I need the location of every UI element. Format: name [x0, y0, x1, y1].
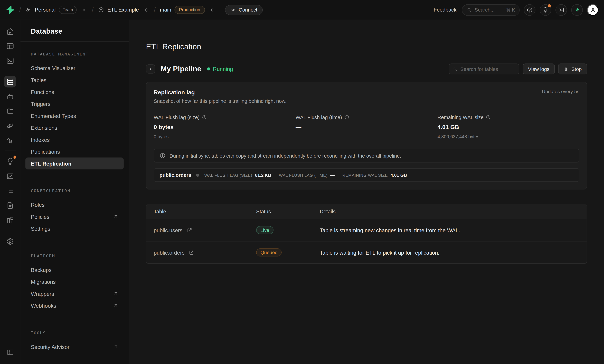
auth-icon: [6, 92, 14, 100]
view-logs-button[interactable]: View logs: [523, 63, 555, 75]
assistant-diamond-icon: [574, 7, 580, 13]
info-icon[interactable]: [486, 115, 491, 120]
advisors-icon: [6, 157, 14, 165]
plug-icon: [230, 7, 236, 13]
metric-value: 4.01 GB: [437, 124, 579, 130]
metric-label: WAL Flush lag (size): [154, 114, 200, 120]
rail-item-realtime[interactable]: [4, 134, 16, 146]
nav-section-label: DATABASE MANAGEMENT: [25, 51, 124, 56]
environment-badge: Production: [175, 6, 205, 14]
sidebar-item-label: Policies: [31, 213, 50, 220]
project-switcher-button[interactable]: [143, 6, 150, 14]
sidebar-item-enumerated-types[interactable]: Enumerated Types: [25, 110, 124, 122]
breadcrumb-separator: /: [154, 6, 156, 13]
sidebar-item-label: Indexes: [31, 137, 50, 143]
table-search[interactable]: [449, 63, 519, 75]
column-header: Table: [154, 208, 256, 214]
help-circle-icon: [527, 7, 533, 13]
breadcrumb-branch[interactable]: main Production: [160, 6, 205, 14]
icon-rail: [0, 20, 20, 364]
sidebar-item-label: Extensions: [31, 125, 57, 131]
metric-value: —: [296, 124, 437, 130]
table-search-input[interactable]: [460, 66, 516, 72]
feedback-button[interactable]: Feedback: [434, 7, 457, 13]
realtime-icon: [6, 136, 14, 144]
sidebar-item-triggers[interactable]: Triggers: [25, 98, 124, 110]
metric-value: 0 bytes: [154, 124, 296, 130]
sidebar-item-indexes[interactable]: Indexes: [25, 134, 124, 146]
sidebar-item-settings[interactable]: Settings: [25, 223, 124, 234]
sidebar-item-backups[interactable]: Backups: [25, 264, 124, 276]
back-button[interactable]: [146, 64, 155, 74]
rail-item-logs[interactable]: [4, 185, 16, 196]
sidebar-item-etl-replication[interactable]: ETL Replication: [25, 158, 124, 169]
info-icon[interactable]: [344, 115, 349, 120]
global-search[interactable]: ⌘ K: [462, 4, 520, 16]
external-link-icon[interactable]: [187, 227, 192, 233]
settings-icon: [6, 238, 14, 246]
chevrons-up-down-icon: [144, 7, 149, 13]
stat-label: WAL FLUSH LAG (SIZE): [204, 173, 252, 177]
sidebar-item-extensions[interactable]: Extensions: [25, 122, 124, 134]
sidebar-item-label: Roles: [31, 202, 45, 208]
rail-item-database[interactable]: [4, 76, 16, 87]
breadcrumb-org[interactable]: Personal Team: [25, 6, 77, 14]
rail-item-reports[interactable]: [4, 170, 16, 182]
sidebar-item-publications[interactable]: Publications: [25, 146, 124, 157]
stat-value: 61.2 KB: [255, 173, 271, 177]
user-avatar[interactable]: [587, 4, 599, 16]
help-button[interactable]: [524, 4, 535, 16]
sidebar-item-wrappers[interactable]: Wrappers: [25, 288, 124, 300]
cli-terminal-button[interactable]: [555, 4, 567, 16]
sidebar-item-schema-visualizer[interactable]: Schema Visualizer: [25, 62, 124, 74]
rail-item-advisors[interactable]: [4, 156, 16, 167]
search-icon: [453, 66, 458, 72]
info-icon: [160, 152, 166, 159]
rail-item-sql-editor[interactable]: [4, 55, 16, 66]
sidebar-item-security-advisor[interactable]: Security Advisor: [25, 341, 124, 353]
collapse-sidebar-icon: [6, 348, 14, 356]
breadcrumb-project[interactable]: ETL Example: [98, 7, 139, 13]
info-icon[interactable]: [202, 115, 207, 120]
replication-lag-card: Replication lag Updates every 5s Snapsho…: [146, 82, 587, 189]
table-row: public.usersLiveTable is streaming new c…: [146, 219, 587, 241]
app-window: / Personal Team /: [0, 0, 604, 364]
integrations-icon: [6, 216, 14, 224]
global-search-input[interactable]: [475, 7, 503, 13]
notifications-button[interactable]: [540, 4, 551, 16]
branch-switcher-button[interactable]: [209, 6, 216, 14]
sidebar-item-migrations[interactable]: Migrations: [25, 276, 124, 288]
rail-item-auth[interactable]: [4, 91, 16, 102]
rail-item-collapse-sidebar[interactable]: [4, 346, 16, 358]
rail-item-table-editor[interactable]: [4, 40, 16, 51]
rail-item-edge-functions[interactable]: [4, 120, 16, 131]
metric-sub-value: 0 bytes: [154, 134, 296, 139]
connect-button[interactable]: Connect: [225, 5, 263, 15]
pipeline-name: My Pipeline: [161, 65, 201, 73]
rail-item-api-docs[interactable]: [4, 200, 16, 211]
table-lag-row: public.orders WAL FLUSH LAG (SIZE)61.2 K…: [154, 168, 579, 182]
sidebar-item-label: ETL Replication: [31, 161, 72, 167]
side-nav-title: Database: [20, 20, 129, 42]
rail-item-integrations[interactable]: [4, 214, 16, 226]
chevron-left-icon: [148, 66, 153, 72]
metric-label: Remaining WAL size: [437, 114, 484, 120]
breadcrumb-separator: /: [19, 6, 21, 13]
rail-item-home[interactable]: [4, 25, 16, 37]
sidebar-item-tables[interactable]: Tables: [25, 74, 124, 86]
sidebar-item-roles[interactable]: Roles: [25, 199, 124, 211]
logs-icon: [6, 187, 14, 195]
stop-pipeline-button[interactable]: Stop: [558, 63, 587, 75]
ai-assistant-button[interactable]: [571, 4, 583, 16]
rail-item-settings[interactable]: [4, 236, 16, 247]
sidebar-item-policies[interactable]: Policies: [25, 211, 124, 223]
sidebar-item-webhooks[interactable]: Webhooks: [25, 300, 124, 311]
org-switcher-button[interactable]: [81, 6, 88, 14]
lightbulb-icon: [542, 7, 549, 13]
external-link-icon[interactable]: [189, 250, 194, 255]
table-lag-status-dot: [196, 174, 199, 176]
branch-name: main: [160, 7, 171, 13]
sidebar-item-functions[interactable]: Functions: [25, 86, 124, 98]
supabase-logo-icon[interactable]: [5, 5, 15, 15]
rail-item-storage[interactable]: [4, 105, 16, 117]
